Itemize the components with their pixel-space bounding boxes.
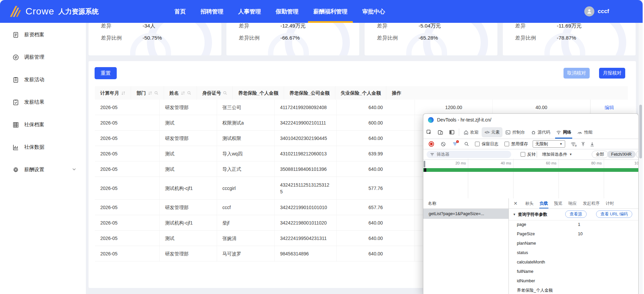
cell-id-number: 342224199002101111 [275,115,337,131]
sidebar-item[interactable]: 发薪活动 [0,68,86,91]
filter-placeholder: 筛选器 [437,152,449,157]
table-header-cell[interactable]: 计算年月 [95,86,131,100]
page-scrollbar[interactable] [639,23,643,294]
overview-scroll-thumb[interactable] [424,161,425,167]
devtools-titlebar[interactable]: DevTools - hr-test.zjf-it.cn/ [423,114,638,126]
table-header-cell[interactable]: 部门 [131,86,164,100]
query-param-row[interactable]: PageSize 10 [509,229,638,239]
filter-chip-fetch-xhr[interactable]: Fetch/XHR [607,151,636,158]
network-overview-bar[interactable] [423,168,639,172]
network-conditions-icon[interactable]: ⚙ [571,141,576,147]
cell-calc-month: 2026-05 [95,200,160,215]
sidebar-item[interactable]: 调薪管理 [0,46,86,68]
detail-tab-payload[interactable]: 负载 [537,198,551,208]
filter-chip-doc[interactable]: 文 [636,151,639,158]
sort-icon[interactable] [181,91,185,95]
column-label: 操作 [392,90,401,96]
nav-item[interactable]: 人事管理 [238,0,261,23]
param-key: idNumber [517,279,578,283]
edit-link[interactable]: 编辑 [605,104,614,111]
column-search-icon[interactable] [223,91,227,95]
table-header-cell[interactable]: 身份证号 [197,86,233,100]
sidebar-item[interactable]: 发薪结果 [0,91,86,113]
export-har-icon[interactable] [590,142,595,147]
record-button[interactable] [429,141,434,147]
query-param-row[interactable]: page 1 [509,220,638,229]
checkbox[interactable] [475,142,480,146]
checkbox[interactable] [504,142,509,146]
detail-tab-initiator[interactable]: 发起程序 [580,198,603,208]
table-header-cell[interactable]: 姓名 [164,86,197,100]
cancel-check-button[interactable]: 取消核对 [564,68,590,79]
close-icon[interactable]: ✕ [514,201,518,206]
requests-column-header[interactable]: 名称 [423,198,508,209]
filter-toggle-icon[interactable]: x [452,142,458,147]
throttling-select[interactable]: 无限制 ▼ [533,140,565,148]
tab-sources[interactable]: 源代码 [528,126,553,139]
request-item-selected[interactable]: getList?page=1&PageSize=... [423,209,508,219]
tab-performance[interactable]: 性能 [574,126,595,139]
dock-side-icon[interactable] [446,130,458,135]
import-har-icon[interactable] [581,142,586,147]
query-param-row[interactable]: fullName [509,267,638,276]
table-row[interactable]: 2026-05 研发管理部 张三公司 411724199208092408 64… [95,100,628,115]
nav-item[interactable]: 审批中心 [362,0,385,23]
detail-tab-headers[interactable]: 标头 [522,198,537,208]
invert-checkbox[interactable]: 反转 [521,152,536,157]
filter-chip-all[interactable]: 全部 [592,151,608,158]
sidebar-item[interactable]: 社保档案 [0,113,86,136]
table-header-cell[interactable]: 操作 [386,86,407,100]
sidebar-item[interactable]: 薪酬设置 [0,158,86,181]
tab-network[interactable]: 网络 [553,126,574,139]
user-menu[interactable]: cccf [584,0,609,23]
reset-button[interactable]: 重置 [95,67,117,79]
sidebar-item-icon [12,54,19,61]
nav-item[interactable]: 招聘管理 [201,0,223,23]
table-header-cell[interactable]: 失业保险_个人金额 [335,86,387,100]
timeline-tick: 80 ms [582,161,602,165]
home-icon [464,130,469,135]
tab-console[interactable]: 控制台 [502,126,528,139]
sidebar-item[interactable]: 薪资档案 [0,23,86,46]
column-search-icon[interactable] [187,91,191,95]
query-param-row[interactable]: idNumber [509,276,638,286]
table-header-row: 计算年月 部门 [95,86,628,100]
nav-item-label: 招聘管理 [201,8,223,15]
query-param-row[interactable]: status [509,248,638,257]
query-param-row[interactable]: calculateMonth [509,257,638,267]
table-header-cell[interactable]: 养老保险_个人金额 [233,86,284,100]
sidebar-item[interactable]: 社保数据 [0,136,86,158]
view-url-encoded-button[interactable]: 查看 URL 编码 [596,210,632,218]
filter-input[interactable]: 筛选器 [427,151,511,158]
nav-item[interactable]: 首页 [174,0,186,23]
detail-tab-preview[interactable]: 预览 [551,198,566,208]
nav-item[interactable]: 假勤管理 [276,0,299,23]
query-param-row[interactable]: planName [509,239,638,248]
preserve-log-checkbox[interactable]: 保留日志 [475,141,498,147]
inspect-element-icon[interactable] [423,130,435,135]
tab-welcome[interactable]: 欢迎 [461,126,482,139]
clear-icon[interactable] [441,142,446,147]
section-title[interactable]: ▼ 查询字符串参数 [513,212,547,217]
dropdown-arrow-icon: ▼ [569,153,572,156]
search-icon[interactable] [464,142,469,146]
monthly-check-button[interactable]: 月报核对 [599,68,625,79]
query-param-row[interactable]: 养老保险_个人金额 [509,286,638,294]
table-header-cell[interactable]: 养老保险_公司金额 [284,86,335,100]
nav-item[interactable]: 薪酬福利管理 [313,0,347,23]
detail-tab-response[interactable]: 响应 [566,198,580,208]
column-search-icon[interactable] [154,91,158,95]
chip-label: Fetch/XHR [611,152,632,157]
sort-icon[interactable] [148,91,152,95]
device-toolbar-icon[interactable] [435,130,446,135]
disable-cache-checkbox[interactable]: 禁用缓存 [504,141,528,147]
tab-elements[interactable]: </> 元素 [482,127,502,137]
detail-tab-timing[interactable]: 计时 [603,198,617,208]
sidebar: 薪资档案 调薪管理 发薪活动 [0,23,86,294]
view-source-button[interactable]: 查看源 [565,210,587,218]
sort-icon[interactable] [121,91,125,95]
scrollbar-thumb[interactable] [639,105,642,158]
checkbox[interactable] [521,152,525,157]
more-filters-dropdown[interactable]: 增加筛选条件 ▼ [542,152,572,157]
sidebar-item-label: 薪酬设置 [24,166,44,173]
